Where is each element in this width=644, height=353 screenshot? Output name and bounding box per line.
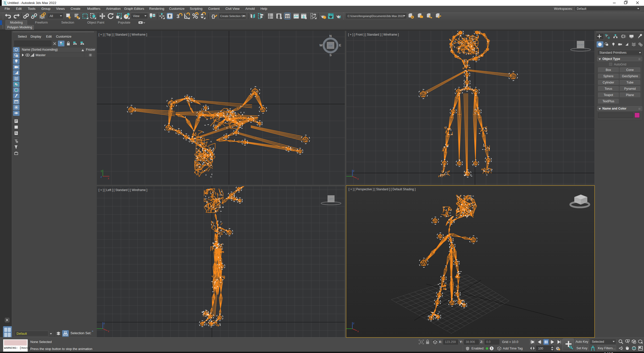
svg-text:z: z	[104, 322, 105, 325]
svg-text:FRONT: FRONT	[577, 44, 584, 46]
svg-text:TOP: TOP	[329, 45, 333, 47]
svg-text:x: x	[108, 177, 109, 180]
svg-text:{}: {}	[211, 14, 215, 19]
svg-text:z: z	[353, 322, 354, 325]
svg-text:W: W	[319, 43, 323, 47]
svg-text:x: x	[357, 330, 359, 333]
svg-text:x: x	[357, 178, 359, 180]
svg-text:z: z	[101, 175, 102, 178]
svg-text:N: N	[329, 34, 332, 38]
svg-text:LEFT: LEFT	[329, 198, 334, 200]
svg-text:3: 3	[177, 13, 179, 19]
svg-text:S: S	[330, 53, 332, 57]
svg-text:y: y	[101, 169, 102, 172]
svg-text:E: E	[339, 43, 341, 47]
svg-text:x: x	[108, 330, 109, 333]
svg-text:z: z	[353, 169, 354, 172]
